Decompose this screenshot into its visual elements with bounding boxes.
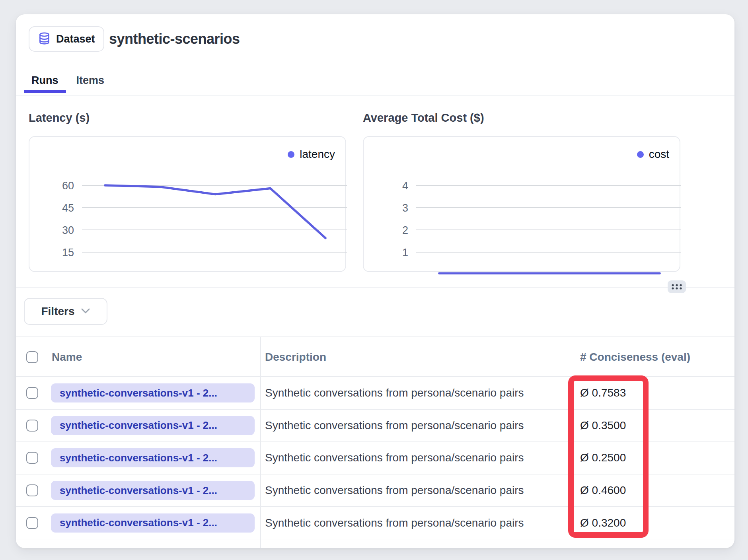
row-checkbox[interactable] bbox=[26, 420, 38, 432]
cost-legend-dot-icon bbox=[637, 151, 644, 158]
run-conciseness-value: Ø 0.7583 bbox=[580, 387, 626, 399]
select-all-checkbox[interactable] bbox=[26, 351, 38, 363]
svg-text:3: 3 bbox=[402, 202, 408, 214]
cost-line-plot: 4321 bbox=[364, 137, 681, 273]
page-title: synthetic-scenarios bbox=[109, 26, 240, 52]
screen: Dataset synthetic-scenarios Runs Items L… bbox=[0, 0, 748, 560]
svg-text:15: 15 bbox=[62, 247, 74, 259]
run-conciseness-value: Ø 0.3200 bbox=[580, 517, 626, 529]
latency-legend[interactable]: latency bbox=[288, 148, 335, 161]
cost-legend-label: cost bbox=[649, 148, 669, 161]
run-description: Synthetic conversations from persona/sce… bbox=[265, 517, 524, 529]
database-icon bbox=[38, 31, 51, 47]
run-name-chip[interactable]: synthetic-conversations-v1 - 2... bbox=[51, 416, 255, 435]
column-header-description: Description bbox=[265, 337, 326, 377]
table-row: synthetic-conversations-v1 - 2... Synthe… bbox=[16, 442, 734, 474]
table-row: synthetic-conversations-v1 - 2... Synthe… bbox=[16, 474, 734, 507]
svg-text:60: 60 bbox=[62, 180, 74, 192]
cost-legend[interactable]: cost bbox=[637, 148, 669, 161]
dataset-type-badge: Dataset bbox=[29, 26, 104, 52]
svg-text:30: 30 bbox=[62, 224, 74, 236]
run-conciseness-value: Ø 0.2500 bbox=[580, 451, 626, 464]
svg-text:1: 1 bbox=[402, 247, 408, 259]
run-conciseness-value: Ø 0.4600 bbox=[580, 484, 626, 497]
svg-text:45: 45 bbox=[62, 202, 74, 214]
row-checkbox[interactable] bbox=[26, 452, 38, 464]
table-row: synthetic-conversations-v1 - 2... Synthe… bbox=[16, 377, 734, 410]
table-header-row: Name Description # Conciseness (eval) bbox=[16, 336, 734, 377]
latency-chart-title: Latency (s) bbox=[29, 110, 90, 126]
column-header-conciseness: # Conciseness (eval) bbox=[580, 337, 690, 377]
cost-chart-title: Average Total Cost ($) bbox=[363, 110, 484, 126]
grid-dots-icon bbox=[670, 283, 684, 291]
svg-text:4: 4 bbox=[402, 180, 408, 192]
run-name-chip[interactable]: synthetic-conversations-v1 - 2... bbox=[51, 481, 255, 500]
run-description: Synthetic conversations from persona/sce… bbox=[265, 387, 524, 399]
svg-text:2: 2 bbox=[402, 224, 408, 236]
latency-legend-label: latency bbox=[300, 148, 335, 161]
table-column-divider bbox=[260, 336, 261, 548]
tab-runs[interactable]: Runs bbox=[24, 68, 66, 93]
chevron-down-icon bbox=[81, 308, 90, 315]
table-row: synthetic-conversations-v1 - 2... Synthe… bbox=[16, 507, 734, 539]
run-name-chip[interactable]: synthetic-conversations-v1 - 2... bbox=[51, 448, 255, 467]
runs-table: Name Description # Conciseness (eval) sy… bbox=[16, 336, 734, 548]
run-description: Synthetic conversations from persona/sce… bbox=[265, 451, 524, 464]
filters-label: Filters bbox=[41, 305, 74, 318]
latency-legend-dot-icon bbox=[288, 151, 294, 158]
table-row: synthetic-conversations-v1 - 2... Synthe… bbox=[16, 410, 734, 442]
header-divider bbox=[16, 95, 734, 96]
cost-chart: 4321 cost bbox=[363, 136, 680, 272]
run-name-chip[interactable]: synthetic-conversations-v1 - 2... bbox=[51, 383, 255, 402]
run-name-chip[interactable]: synthetic-conversations-v1 - 2... bbox=[51, 513, 255, 533]
filters-button[interactable]: Filters bbox=[24, 298, 107, 325]
row-checkbox[interactable] bbox=[26, 484, 38, 496]
badge-label: Dataset bbox=[56, 33, 95, 45]
row-checkbox[interactable] bbox=[26, 387, 38, 399]
run-description: Synthetic conversations from persona/sce… bbox=[265, 419, 524, 432]
tab-items[interactable]: Items bbox=[76, 68, 105, 93]
latency-chart: 60453015 latency bbox=[29, 136, 346, 272]
run-description: Synthetic conversations from persona/sce… bbox=[265, 484, 524, 497]
run-conciseness-value: Ø 0.3500 bbox=[580, 419, 626, 432]
row-checkbox[interactable] bbox=[26, 517, 38, 529]
tab-bar: Runs Items bbox=[24, 68, 104, 93]
resize-drag-handle[interactable] bbox=[668, 280, 686, 293]
column-header-name: Name bbox=[52, 337, 82, 377]
section-divider bbox=[16, 287, 734, 288]
dataset-page-card: Dataset synthetic-scenarios Runs Items L… bbox=[16, 14, 734, 548]
